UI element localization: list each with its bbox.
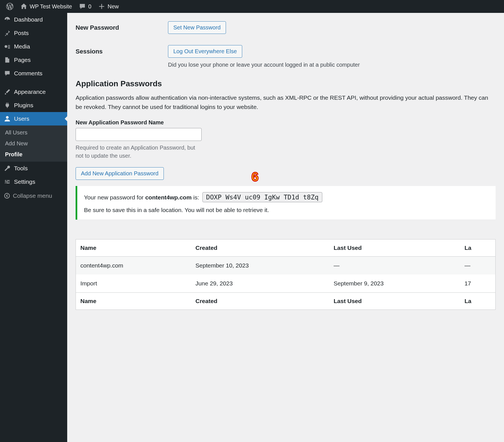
sidebar-item-label: Tools xyxy=(14,165,28,172)
row-sessions: Sessions Log Out Everywhere Else Did you… xyxy=(76,45,496,68)
wrench-icon xyxy=(4,165,11,172)
sidebar-item-label: Appearance xyxy=(14,89,46,95)
new-password-notice: Your new password for content4wp.com is:… xyxy=(76,186,496,220)
new-app-password-form: New Application Password Name Required t… xyxy=(76,119,496,180)
cell-name: content4wp.com xyxy=(76,257,191,275)
media-icon xyxy=(4,43,11,50)
col-created[interactable]: Created xyxy=(191,293,329,310)
logout-everywhere-button[interactable]: Log Out Everywhere Else xyxy=(168,45,242,58)
sidebar-item-label: Posts xyxy=(14,30,29,36)
admin-bar: WP Test Website 0 New xyxy=(0,0,504,13)
col-last-used[interactable]: Last Used xyxy=(329,293,460,310)
svg-point-2 xyxy=(4,193,10,198)
wp-logo[interactable] xyxy=(3,0,17,13)
sidebar-item-label: Settings xyxy=(14,178,35,185)
main-content: New Password Set New Password Sessions L… xyxy=(67,13,504,442)
sidebar-item-settings[interactable]: Settings xyxy=(0,175,67,189)
wordpress-icon xyxy=(6,3,13,10)
comments-link[interactable]: 0 xyxy=(75,0,95,13)
application-passwords-description: Application passwords allow authenticati… xyxy=(76,93,496,111)
cell-created: September 10, 2023 xyxy=(191,257,329,275)
generated-password[interactable]: DOXP Ws4V uc09 IgKw TD1d t8Zq xyxy=(202,192,322,202)
table-row[interactable]: Import June 29, 2023 September 9, 2023 1… xyxy=(76,274,496,293)
label-sessions: Sessions xyxy=(76,45,168,55)
col-name[interactable]: Name xyxy=(76,239,191,257)
pin-icon xyxy=(4,30,11,36)
sidebar-item-media[interactable]: Media xyxy=(0,40,67,53)
row-new-password: New Password Set New Password xyxy=(76,21,496,34)
sliders-icon xyxy=(4,178,11,185)
application-passwords-heading: Application Passwords xyxy=(76,79,496,88)
app-passwords-table: Name Created Last Used La content4wp.com… xyxy=(76,239,496,310)
new-app-password-hint: Required to create an Application Passwo… xyxy=(76,144,204,160)
plus-icon xyxy=(98,3,105,10)
site-name: WP Test Website xyxy=(30,3,72,10)
new-app-password-input[interactable] xyxy=(76,128,202,141)
sidebar-item-plugins[interactable]: Plugins xyxy=(0,99,67,112)
comment-icon xyxy=(4,70,11,77)
sidebar-item-appearance[interactable]: Appearance xyxy=(0,85,67,99)
col-name[interactable]: Name xyxy=(76,293,191,310)
comment-icon xyxy=(79,3,86,10)
user-icon xyxy=(4,115,11,122)
cell-created: June 29, 2023 xyxy=(191,274,329,293)
sidebar-item-comments[interactable]: Comments xyxy=(0,67,67,80)
site-link[interactable]: WP Test Website xyxy=(17,0,75,13)
sidebar-item-label: Dashboard xyxy=(14,16,43,23)
submenu-add-new[interactable]: Add New xyxy=(0,138,67,149)
new-label: New xyxy=(108,3,119,10)
sidebar-item-label: Comments xyxy=(14,70,43,77)
col-last[interactable]: La xyxy=(460,293,496,310)
collapse-menu[interactable]: Collapse menu xyxy=(0,189,67,203)
sidebar-item-dashboard[interactable]: Dashboard xyxy=(0,13,67,26)
col-last[interactable]: La xyxy=(460,239,496,257)
set-new-password-button[interactable]: Set New Password xyxy=(168,21,226,34)
notice-suffix: is: xyxy=(192,194,201,201)
sidebar-item-label: Plugins xyxy=(14,102,33,109)
dashboard-icon xyxy=(4,16,11,23)
cell-last-used: September 9, 2023 xyxy=(329,274,460,293)
sidebar-submenu-users: All Users Add New Profile xyxy=(0,125,67,162)
notice-prefix: Your new password for xyxy=(84,194,145,201)
cell-last-used: — xyxy=(329,257,460,275)
sidebar-item-posts[interactable]: Posts xyxy=(0,26,67,40)
collapse-label: Collapse menu xyxy=(13,192,52,199)
home-icon xyxy=(20,3,27,10)
sidebar-item-pages[interactable]: Pages xyxy=(0,53,67,67)
notice-warning: Be sure to save this in a safe location.… xyxy=(84,207,489,213)
admin-sidebar: Dashboard Posts Media Pages Comments App… xyxy=(0,13,67,442)
new-content[interactable]: New xyxy=(95,0,122,13)
col-last-used[interactable]: Last Used xyxy=(329,239,460,257)
table-header-row: Name Created Last Used La xyxy=(76,239,496,257)
col-created[interactable]: Created xyxy=(191,239,329,257)
cell-last: — xyxy=(460,257,496,275)
sidebar-item-users[interactable]: Users xyxy=(0,112,67,125)
sidebar-item-tools[interactable]: Tools xyxy=(0,162,67,175)
submenu-all-users[interactable]: All Users xyxy=(0,127,67,138)
table-footer-row: Name Created Last Used La xyxy=(76,293,496,310)
new-app-password-label: New Application Password Name xyxy=(76,119,496,126)
brush-icon xyxy=(4,89,11,95)
sessions-description: Did you lose your phone or leave your ac… xyxy=(168,62,496,68)
notice-target: content4wp.com xyxy=(145,194,192,201)
svg-point-0 xyxy=(4,45,7,48)
submenu-profile[interactable]: Profile xyxy=(0,149,67,160)
add-app-password-button[interactable]: Add New Application Password xyxy=(76,167,164,180)
cell-last: 17 xyxy=(460,274,496,293)
svg-point-1 xyxy=(6,116,9,119)
collapse-icon xyxy=(4,193,10,199)
plug-icon xyxy=(4,102,11,109)
page-icon xyxy=(4,57,11,63)
sidebar-item-label: Media xyxy=(14,43,30,50)
table-row[interactable]: content4wp.com September 10, 2023 — — xyxy=(76,257,496,275)
label-new-password: New Password xyxy=(76,21,168,31)
sidebar-item-label: Users xyxy=(14,115,29,122)
sidebar-item-label: Pages xyxy=(14,57,31,63)
comments-count: 0 xyxy=(88,3,91,10)
cell-name: Import xyxy=(76,274,191,293)
